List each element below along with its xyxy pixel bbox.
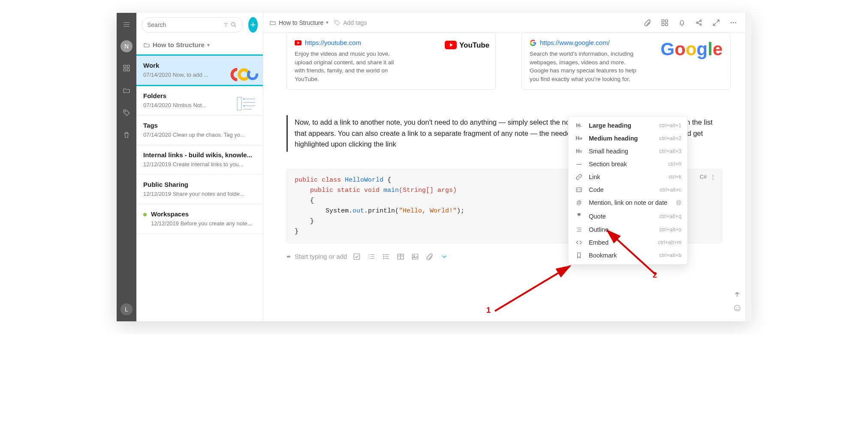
at-icon: @ [574,200,584,206]
link-card-google[interactable]: https://www.google.com/ Search the world… [521,33,731,90]
note-list-item[interactable]: Folders 07/14/2020 Nimbus Not... [136,86,263,116]
attachment-icon[interactable] [642,17,654,29]
folder-icon[interactable] [120,84,133,97]
menu-item-quote[interactable]: ❞Quotectrl+alt+q [568,209,687,223]
checklist-icon[interactable] [352,252,362,261]
editor-breadcrumb[interactable]: How to Structure ▾ [269,19,329,26]
svg-line-36 [495,266,570,311]
heading-medium-icon: HM [574,135,584,141]
table-icon[interactable] [396,252,405,261]
svg-rect-1 [127,65,130,67]
menu-item-large-heading[interactable]: HLLarge headingctrl+alt+1 [568,119,687,132]
note-list-item[interactable]: Work 07/14/2020 Now, to add ... [136,54,263,86]
more-icon[interactable]: ⋮ [710,174,716,180]
note-list-item[interactable]: Public Sharing 12/12/2019 Share your not… [136,175,263,204]
menu-item-mention[interactable]: @Mention, link on note or date@ [568,196,687,209]
scroll-to-top-icon[interactable] [733,290,741,300]
note-list-item[interactable]: Tags 07/14/2020 Clean up the chaos. Tag … [136,116,263,145]
menu-icon[interactable] [120,18,133,31]
note-title: Internal links - build wikis, knowle... [143,151,256,159]
apps-icon[interactable] [120,62,133,75]
image-icon[interactable] [410,252,420,261]
search-input[interactable] [147,21,222,28]
annotation-arrow-1 [486,260,581,320]
new-block-placeholder: Start typing or add [295,253,347,260]
svg-point-28 [383,258,384,259]
chevron-down-icon: ▾ [326,20,329,25]
menu-item-code[interactable]: Codectrl+alt+c [568,183,687,196]
tag-icon[interactable] [120,106,133,119]
user-avatar[interactable]: L [121,303,133,315]
expand-icon[interactable] [710,17,722,29]
search-icon[interactable] [230,21,238,28]
svg-point-11 [336,21,337,22]
bullet-list-icon[interactable] [381,252,391,261]
more-icon[interactable] [727,17,739,29]
note-list-sidebar: + How to Structure ▾ Work 07/14/2020 Now… [136,13,263,321]
note-list-item[interactable]: Workspaces 12/12/2019 Before you create … [136,204,263,234]
svg-point-32 [734,305,740,311]
svg-rect-30 [413,254,419,259]
bell-icon[interactable] [676,17,688,29]
code-icon [574,186,584,193]
attachment-icon[interactable] [425,252,434,261]
menu-item-embed[interactable]: Embedctrl+alt+m [568,236,687,249]
svg-rect-15 [666,23,668,25]
svg-point-20 [733,22,734,23]
share-icon[interactable] [693,17,705,29]
note-title: Public Sharing [143,181,256,188]
menu-item-medium-heading[interactable]: HMMedium headingctrl+alt+2 [568,132,687,145]
editor-pane: How to Structure ▾ Add tags [263,13,745,321]
annotation-label-1: 1 [486,306,491,315]
svg-rect-0 [124,65,126,67]
menu-item-section-break[interactable]: —Section breakctrl+h [568,158,687,171]
youtube-logo: YouTube [410,39,488,51]
sidebar-breadcrumb-label: How to Structure [153,41,205,48]
sidebar-breadcrumb[interactable]: How to Structure ▾ [136,37,263,54]
add-tags-button[interactable]: Add tags [334,19,367,26]
more-blocks-chevron-icon[interactable] [440,252,449,261]
vertical-scrollbar[interactable] [745,13,751,321]
numbered-list-icon[interactable] [367,252,376,261]
svg-point-21 [735,22,736,23]
note-meta: 12/12/2019 Before you create any note... [151,220,256,227]
svg-rect-12 [662,20,664,22]
trash-icon[interactable] [120,129,133,141]
new-note-button[interactable]: + [248,17,258,33]
divider-icon: — [574,161,584,167]
svg-text:YouTube: YouTube [459,41,489,49]
svg-rect-8 [237,97,241,110]
search-field[interactable] [142,17,243,33]
svg-point-7 [248,70,257,79]
svg-rect-35 [576,188,582,192]
google-logo: Google [645,39,723,60]
svg-point-31 [414,255,415,257]
svg-point-19 [730,22,732,23]
link-card-desc: Enjoy the videos and music you love, upl… [295,50,404,83]
emoji-icon[interactable] [733,304,741,314]
editor-topbar: How to Structure ▾ Add tags [263,13,745,33]
grid-view-icon[interactable] [659,17,671,29]
chevron-down-icon: ▾ [207,42,210,48]
menu-item-link[interactable]: Linkctrl+k [568,171,687,183]
heading-large-icon: HL [574,123,584,129]
code-language-picker[interactable]: C# ⋮ [699,174,716,180]
menu-item-small-heading[interactable]: HSSmall headingctrl+alt+3 [568,145,687,158]
menu-item-outline[interactable]: Outlinectrl+alt+o [568,223,687,236]
drag-handle-icon[interactable]: ••• [286,253,289,260]
note-list-item[interactable]: Internal links - build wikis, knowle... … [136,145,263,175]
filter-icon[interactable] [222,22,230,28]
note-title: Workspaces [151,210,256,218]
menu-item-bookmark[interactable]: Bookmarkctrl+alt+b [568,249,687,262]
app-rail: N L [117,13,136,321]
outline-icon [574,226,584,233]
svg-rect-25 [354,254,360,260]
workspace-avatar[interactable]: N [121,40,133,52]
link-card-youtube[interactable]: https://youtube.com Enjoy the videos and… [286,33,496,90]
link-icon [574,174,584,180]
note-meta: 12/12/2019 Create internal links to you.… [143,161,256,168]
note-meta: 07/14/2020 Clean up the chaos. Tag yo... [143,132,256,138]
add-tags-label: Add tags [343,19,367,26]
editor-body: https://youtube.com Enjoy the videos and… [263,33,745,321]
editor-breadcrumb-label: How to Structure [279,19,323,26]
